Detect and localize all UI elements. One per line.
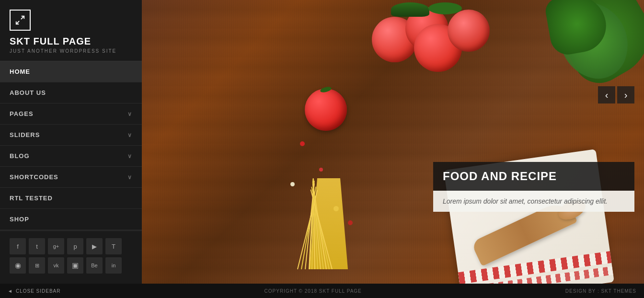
- sidebar-item-blog[interactable]: BLOG ∨: [0, 146, 142, 167]
- close-sidebar-label: CLOSE SIDEBAR: [16, 288, 61, 294]
- hero-image: ‹ › FOOD AND RECIPE Lorem ipsum dolor si…: [142, 0, 644, 284]
- site-title: SKT FULL PAGE: [10, 35, 132, 47]
- facebook-icon[interactable]: f: [10, 238, 26, 254]
- social-row-2: ◉ ⊞ vk ▣ Be in: [10, 257, 132, 274]
- chevron-down-icon: ∨: [127, 132, 132, 138]
- sidebar-item-shop[interactable]: SHOP: [0, 209, 142, 230]
- sidebar-item-pages[interactable]: PAGES ∨: [0, 103, 142, 125]
- pinterest-icon[interactable]: p: [67, 238, 83, 254]
- flickr-icon[interactable]: ⊞: [29, 257, 45, 274]
- nav-label-pages: PAGES: [10, 110, 34, 117]
- vk-icon[interactable]: vk: [48, 257, 64, 274]
- sidebar: SKT FULL PAGE JUST ANOTHER WORDPRESS SIT…: [0, 0, 142, 284]
- behance-icon[interactable]: Be: [86, 257, 103, 274]
- nav-label-shortcodes: SHORTCODES: [10, 173, 58, 181]
- nav-label-sliders: SLIDERS: [10, 131, 40, 138]
- footer-bar: ◄ CLOSE SIDEBAR COPYRIGHT © 2018 SKT FUL…: [0, 284, 644, 298]
- sidebar-header: SKT FULL PAGE JUST ANOTHER WORDPRESS SIT…: [0, 0, 142, 61]
- sidebar-item-sliders[interactable]: SLIDERS ∨: [0, 125, 142, 146]
- nav-label-blog: BLOG: [10, 152, 30, 160]
- hero-background: [142, 0, 644, 284]
- prev-arrow[interactable]: ‹: [598, 86, 615, 103]
- chevron-down-icon: ∨: [127, 174, 132, 181]
- slider-nav: ‹ ›: [598, 86, 634, 103]
- nav-label-shop: SHOP: [10, 216, 29, 223]
- social-links: f t g+ p ▶ T ◉ ⊞ vk ▣ Be in: [0, 230, 142, 284]
- close-sidebar-button[interactable]: ◄ CLOSE SIDEBAR: [8, 288, 61, 294]
- tumblr-icon[interactable]: T: [105, 238, 122, 254]
- main-nav: HOME ABOUT US PAGES ∨ SLIDERS ∨ BLOG ∨: [0, 61, 142, 230]
- foursquare-icon[interactable]: ▣: [67, 257, 83, 274]
- design-credit: DESIGN BY : SKT THEMES: [565, 288, 636, 294]
- slide-caption: FOOD AND RECIPE Lorem ipsum dolor sit am…: [433, 162, 634, 212]
- youtube-icon[interactable]: ▶: [86, 238, 103, 254]
- nav-label-home: HOME: [10, 68, 30, 75]
- site-subtitle: JUST ANOTHER WORDPRESS SITE: [10, 48, 132, 54]
- nav-label-about: ABOUT US: [10, 89, 46, 96]
- svg-line-0: [21, 16, 24, 19]
- chevron-down-icon: ∨: [127, 111, 132, 117]
- google-plus-icon[interactable]: g+: [48, 238, 64, 254]
- next-arrow[interactable]: ›: [617, 86, 634, 103]
- hero-section: ‹ › FOOD AND RECIPE Lorem ipsum dolor si…: [142, 0, 644, 284]
- left-arrow-icon: ◄: [8, 288, 13, 294]
- logo-icon: [10, 10, 31, 31]
- slide-description: Lorem ipsum dolor sit amet, consectetur …: [433, 191, 634, 212]
- twitter-icon[interactable]: t: [29, 238, 45, 254]
- linkedin-icon[interactable]: in: [105, 257, 122, 274]
- copyright-text: COPYRIGHT © 2018 SKT FULL PAGE: [264, 288, 362, 294]
- instagram-icon[interactable]: ◉: [10, 257, 26, 274]
- slide-title: FOOD AND RECIPE: [433, 162, 634, 191]
- svg-line-1: [16, 21, 19, 24]
- sidebar-item-about[interactable]: ABOUT US: [0, 82, 142, 103]
- sidebar-item-home[interactable]: HOME: [0, 61, 142, 82]
- fullscreen-icon: [15, 15, 25, 25]
- sidebar-item-shortcodes[interactable]: SHORTCODES ∨: [0, 167, 142, 188]
- nav-label-rtl: RTL TESTED: [10, 195, 53, 202]
- chevron-down-icon: ∨: [127, 153, 132, 160]
- sidebar-item-rtl[interactable]: RTL TESTED: [0, 188, 142, 209]
- social-row-1: f t g+ p ▶ T: [10, 238, 132, 254]
